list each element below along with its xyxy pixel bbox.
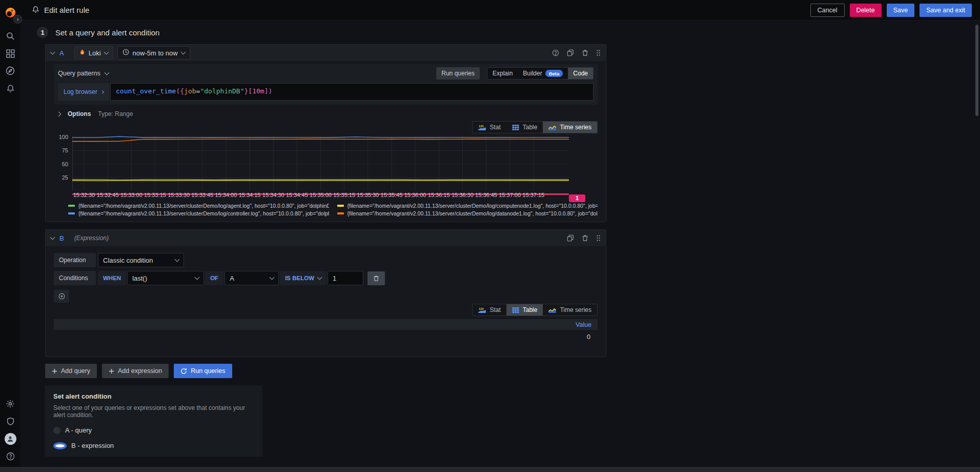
query-patterns-dropdown[interactable]: Query patterns <box>58 70 109 77</box>
query-ref-select[interactable]: A <box>224 271 279 285</box>
expression-b-header: B (Expression) <box>46 230 606 246</box>
x-axis-tick: 15:36:15 <box>428 192 450 198</box>
dashboards-icon[interactable] <box>0 45 21 62</box>
builder-label: Builder <box>523 70 542 77</box>
editor-mode-switch: Explain Builder Beta Code <box>487 67 594 80</box>
query-expression[interactable]: count_over_time({job="dolphinDB"}[10m]) <box>110 83 594 101</box>
legend-swatch <box>68 212 75 214</box>
y-axis-tick: 50 <box>62 161 68 167</box>
add-query-button[interactable]: Add query <box>45 364 97 378</box>
duplicate-icon[interactable] <box>567 49 574 56</box>
x-axis-tick: 15:33:00 <box>120 192 142 198</box>
view-label: Time series <box>560 306 591 313</box>
radio-unselected-icon[interactable] <box>53 427 60 434</box>
y-axis-tick: 75 <box>62 147 68 153</box>
chevron-down-icon <box>180 49 186 54</box>
query-actions: Add query Add expression Run queries <box>45 364 980 378</box>
add-expression-button[interactable]: Add expression <box>102 364 169 378</box>
query-ref-value: A <box>230 274 234 282</box>
reducer-select[interactable]: last() <box>127 271 204 285</box>
value-column-header[interactable]: Value <box>576 321 591 328</box>
view-table-button[interactable]: Table <box>506 122 543 133</box>
section-1-header: 1 Set a query and alert condition <box>37 27 980 38</box>
collapse-icon[interactable] <box>50 234 55 240</box>
view-stat-button[interactable]: 123Stat <box>473 304 506 316</box>
editor-mode-explain[interactable]: Explain <box>487 68 518 79</box>
x-axis-tick: 15:37:00 <box>499 192 521 198</box>
query-token: { <box>180 87 184 95</box>
view-label: Stat <box>489 124 500 131</box>
x-axis-tick: 15:32:45 <box>97 192 119 198</box>
view-stat-button[interactable]: 123Stat <box>473 122 506 133</box>
editor-mode-code[interactable]: Code <box>568 68 593 79</box>
trash-icon[interactable] <box>582 234 588 242</box>
trash-icon <box>373 275 379 282</box>
view-time-series-button[interactable]: Time series <box>543 122 597 133</box>
plus-icon <box>109 368 114 374</box>
shield-icon[interactable] <box>0 412 21 430</box>
run-queries-small-button[interactable]: Run queries <box>436 67 480 80</box>
scrollbar[interactable] <box>975 25 978 116</box>
help-icon[interactable] <box>0 447 21 465</box>
legend-item[interactable]: {filename="/home/vagrant/v2.00.11.13/ser… <box>68 210 329 217</box>
save-button[interactable]: Save <box>887 4 915 17</box>
query-options-row[interactable]: Options Type: Range <box>54 108 598 120</box>
sidebar <box>0 0 21 472</box>
drag-handle-icon[interactable] <box>596 49 601 56</box>
alerting-icon[interactable] <box>0 80 21 97</box>
add-condition-button[interactable] <box>54 290 69 303</box>
radio-selected-icon[interactable] <box>53 442 67 449</box>
view-label: Table <box>523 306 538 313</box>
annotation-count-badge[interactable]: 1 <box>569 194 585 202</box>
view-label: Stat <box>489 306 500 313</box>
sidebar-expand-button[interactable]: › <box>13 15 22 24</box>
expression-b-body: Operation Classic condition Conditions W… <box>46 246 606 357</box>
radio-label: B - expression <box>71 442 114 449</box>
trash-icon[interactable] <box>582 49 588 56</box>
view-time-series-button[interactable]: Time series <box>543 304 597 316</box>
run-queries-button[interactable]: Run queries <box>174 364 232 378</box>
query-patterns-label: Query patterns <box>58 70 100 77</box>
when-keyword: WHEN <box>98 271 126 285</box>
duplicate-icon[interactable] <box>567 234 574 242</box>
remove-condition-button[interactable] <box>368 271 385 285</box>
x-axis-tick: 15:36:00 <box>404 192 426 198</box>
topbar: Edit alert rule Cancel Delete Save Save … <box>21 0 980 21</box>
help-circle-icon[interactable] <box>552 49 559 56</box>
result-table-header: Value <box>54 319 598 330</box>
comparator-select[interactable]: IS BELOW <box>280 271 326 285</box>
chart-legend: {filename="/home/vagrant/v2.00.11.13/ser… <box>68 203 598 217</box>
settings-icon[interactable] <box>0 395 21 412</box>
avatar[interactable] <box>0 430 21 447</box>
view-table-button[interactable]: Table <box>506 304 543 316</box>
editor-mode-builder[interactable]: Builder Beta <box>518 68 568 79</box>
log-browser-button[interactable]: Log browser <box>58 83 109 101</box>
legend-item[interactable]: {filename="/home/vagrant/v2.00.11.13/ser… <box>337 210 598 217</box>
x-axis-tick: 15:35:45 <box>381 192 403 198</box>
alert-condition-option[interactable]: B - expression <box>53 442 254 449</box>
operation-select[interactable]: Classic condition <box>98 253 184 267</box>
collapse-icon[interactable] <box>50 49 55 54</box>
drag-handle-icon[interactable] <box>596 234 601 242</box>
threshold-input[interactable] <box>328 271 363 285</box>
alert-condition-option[interactable]: A - query <box>53 426 254 434</box>
view-toggle-b: 123StatTableTime series <box>472 304 598 316</box>
y-axis: 255075100 <box>54 135 72 191</box>
legend-item[interactable]: {filename="/home/vagrant/v2.00.11.13/ser… <box>337 203 598 209</box>
time-range-picker[interactable]: now-5m to now <box>117 46 190 60</box>
log-browser-label: Log browser <box>64 88 97 95</box>
search-icon[interactable] <box>0 27 21 45</box>
delete-button[interactable]: Delete <box>850 4 882 17</box>
query-token: ) <box>268 87 272 95</box>
query-a-body: Query patterns Run queries Explain Build… <box>46 61 606 222</box>
svg-text:123: 123 <box>479 307 483 310</box>
view-label: Table <box>523 124 538 131</box>
time-range-value: now-5m to now <box>133 49 178 57</box>
legend-item[interactable]: {filename="/home/vagrant/v2.00.11.13/ser… <box>68 203 329 209</box>
datasource-picker[interactable]: Loki <box>74 46 113 60</box>
x-axis-tick: 15:34:00 <box>215 192 237 198</box>
explain-label: Explain <box>493 70 513 77</box>
explore-icon[interactable] <box>0 62 21 80</box>
save-and-exit-button[interactable]: Save and exit <box>920 4 972 17</box>
cancel-button[interactable]: Cancel <box>810 4 845 17</box>
